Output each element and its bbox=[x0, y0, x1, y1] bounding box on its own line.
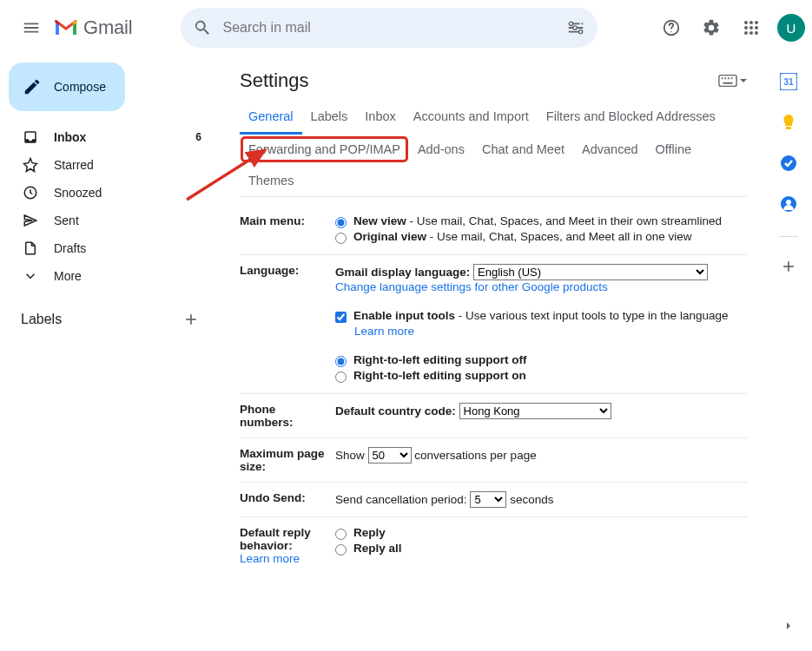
keep-app-icon[interactable] bbox=[780, 114, 797, 134]
row-label: Phone numbers: bbox=[240, 403, 335, 429]
main-menu-button[interactable] bbox=[12, 9, 50, 47]
side-panel: 31 bbox=[765, 56, 812, 651]
row-language: Language: Gmail display language: Englis… bbox=[240, 255, 748, 394]
radio-reply[interactable] bbox=[335, 529, 347, 540]
new-view-label: New view bbox=[353, 214, 406, 227]
row-label: Undo Send: bbox=[240, 491, 335, 508]
gmail-icon bbox=[54, 18, 78, 37]
svg-point-26 bbox=[786, 200, 791, 205]
tab-forwarding[interactable]: Forwarding and POP/IMAP bbox=[243, 139, 406, 160]
app-header: Gmail U bbox=[0, 0, 812, 56]
help-button[interactable] bbox=[654, 10, 689, 45]
plus-icon[interactable] bbox=[182, 311, 200, 328]
sidebar-item-more[interactable]: More bbox=[0, 262, 215, 290]
contacts-app-icon[interactable] bbox=[780, 195, 797, 215]
send-icon bbox=[23, 213, 38, 228]
draft-icon bbox=[23, 240, 38, 256]
logo[interactable]: Gmail bbox=[54, 16, 132, 39]
keyboard-icon bbox=[718, 74, 737, 88]
enable-input-tools-checkbox[interactable] bbox=[335, 312, 347, 323]
sidebar-item-label: Inbox bbox=[54, 130, 86, 144]
account-avatar[interactable]: U bbox=[777, 14, 805, 42]
sidebar-item-snoozed[interactable]: Snoozed bbox=[0, 179, 215, 207]
country-code-label: Default country code: bbox=[335, 404, 456, 418]
labels-header: Labels bbox=[0, 311, 215, 328]
clock-icon bbox=[23, 185, 38, 201]
show-label: Show bbox=[335, 449, 365, 462]
rtl-off-label: Right-to-left editing support off bbox=[353, 353, 526, 366]
row-default-reply: Default reply behavior: Learn more Reply… bbox=[240, 517, 748, 574]
svg-text:31: 31 bbox=[783, 77, 794, 87]
inbox-count: 6 bbox=[195, 131, 201, 143]
dropdown-caret-icon bbox=[739, 76, 748, 85]
search-options-icon[interactable] bbox=[566, 18, 585, 37]
tab-addons[interactable]: Add-ons bbox=[409, 134, 473, 165]
compose-label: Compose bbox=[54, 80, 106, 94]
undo-period-select[interactable]: 5 bbox=[470, 491, 506, 508]
calendar-app-icon[interactable]: 31 bbox=[780, 73, 797, 93]
search-bar[interactable] bbox=[181, 8, 597, 48]
row-undo-send: Undo Send: Send cancellation period: 5 s… bbox=[240, 483, 748, 517]
labels-heading: Labels bbox=[21, 312, 62, 327]
radio-reply-all[interactable] bbox=[335, 544, 347, 556]
svg-point-9 bbox=[749, 26, 753, 30]
row-label: Default reply behavior: bbox=[240, 526, 328, 552]
change-lang-link[interactable]: Change language settings for other Googl… bbox=[335, 280, 748, 293]
sidebar-item-label: More bbox=[54, 269, 82, 283]
rtl-on-label: Right-to-left editing support on bbox=[353, 369, 526, 382]
row-main-menu: Main menu: New view - Use mail, Chat, Sp… bbox=[240, 206, 748, 255]
settings-panel: Settings General Labels Inbox Accounts a… bbox=[222, 56, 765, 651]
chevron-down-icon bbox=[23, 268, 38, 284]
tasks-app-icon[interactable] bbox=[780, 155, 797, 174]
radio-rtl-off[interactable] bbox=[335, 356, 347, 367]
page-size-select[interactable]: 50 bbox=[368, 447, 412, 464]
sidebar: Compose Inbox 6 Starred Snoozed Sent bbox=[0, 56, 222, 651]
sidebar-item-drafts[interactable]: Drafts bbox=[0, 234, 215, 262]
svg-rect-15 bbox=[719, 76, 736, 87]
svg-point-0 bbox=[570, 22, 573, 25]
sidebar-item-label: Drafts bbox=[54, 241, 86, 255]
tab-offline[interactable]: Offline bbox=[647, 134, 701, 165]
sidebar-item-sent[interactable]: Sent bbox=[0, 207, 215, 234]
input-tools-learn-more[interactable]: Learn more bbox=[354, 325, 748, 338]
svg-point-10 bbox=[755, 26, 758, 30]
inbox-icon bbox=[23, 129, 38, 145]
svg-rect-17 bbox=[724, 77, 726, 79]
sidebar-item-label: Snoozed bbox=[54, 186, 102, 200]
tab-advanced[interactable]: Advanced bbox=[573, 134, 647, 165]
tab-themes[interactable]: Themes bbox=[240, 165, 302, 196]
reply-all-label: Reply all bbox=[353, 542, 402, 555]
row-label: Language: bbox=[240, 264, 335, 385]
apps-button[interactable] bbox=[734, 10, 769, 45]
reply-label: Reply bbox=[353, 526, 386, 539]
app-name: Gmail bbox=[83, 16, 132, 39]
tab-chat[interactable]: Chat and Meet bbox=[473, 134, 573, 165]
sidebar-item-inbox[interactable]: Inbox 6 bbox=[0, 123, 215, 151]
reply-learn-more[interactable]: Learn more bbox=[240, 552, 328, 565]
compose-button[interactable]: Compose bbox=[9, 62, 125, 111]
enable-tools-label: Enable input tools bbox=[353, 309, 455, 322]
radio-new-view[interactable] bbox=[335, 217, 347, 228]
sidebar-item-starred[interactable]: Starred bbox=[0, 151, 215, 179]
collapse-side-panel[interactable] bbox=[782, 619, 795, 635]
search-input[interactable] bbox=[222, 20, 556, 36]
tab-inbox[interactable]: Inbox bbox=[356, 101, 404, 134]
header-actions: U bbox=[654, 10, 805, 45]
tab-accounts[interactable]: Accounts and Import bbox=[405, 101, 538, 134]
get-addons-button[interactable] bbox=[780, 258, 797, 278]
radio-original-view[interactable] bbox=[335, 233, 347, 244]
settings-tabs: General Labels Inbox Accounts and Import… bbox=[240, 101, 748, 197]
country-code-select[interactable]: Hong Kong bbox=[459, 403, 611, 419]
settings-button[interactable] bbox=[694, 10, 729, 45]
hamburger-icon bbox=[22, 18, 41, 37]
language-select[interactable]: English (US) bbox=[473, 264, 708, 280]
original-view-desc: - Use mail, Chat, Spaces, and Meet all i… bbox=[426, 230, 691, 243]
svg-rect-16 bbox=[722, 77, 723, 79]
svg-rect-18 bbox=[728, 77, 729, 79]
tab-general[interactable]: General bbox=[240, 101, 302, 135]
tab-filters[interactable]: Filters and Blocked Addresses bbox=[538, 101, 724, 134]
tab-labels[interactable]: Labels bbox=[302, 101, 357, 134]
row-label: Maximum page size: bbox=[240, 447, 335, 473]
input-tools-button[interactable] bbox=[718, 74, 748, 88]
radio-rtl-on[interactable] bbox=[335, 372, 347, 383]
